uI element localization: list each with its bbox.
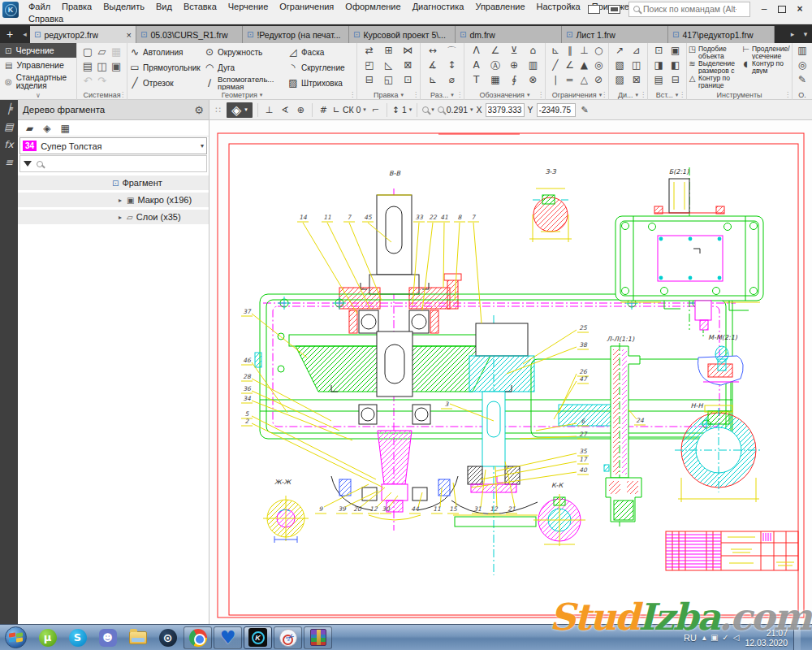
system-tool-icon[interactable]: ▢ [80,46,95,59]
tool-two-contour[interactable]: ◖Контур по двум контурам [741,59,790,74]
grid-toggle-icon[interactable]: # [317,105,330,115]
language-indicator[interactable]: RU [684,633,697,643]
group-label[interactable]: Обозначения▾⋮ [464,89,545,100]
expand-arrow-icon[interactable]: ▸ [117,214,123,221]
insert-tool-icon[interactable]: ▣ [667,45,685,59]
start-button[interactable] [5,626,27,648]
tree-filter-input[interactable] [48,159,178,168]
taskbar-kompas[interactable]: K [244,626,272,649]
constraint-tool-icon[interactable]: ▲ [577,59,592,74]
snap-perpendicular-toggle[interactable]: ⊥ [263,105,276,115]
drawing-area[interactable]: В-В З-З Б(2:1) Л-Л(1:1) М-М(2:1) Ж-Ж К-К… [209,120,812,624]
group-label[interactable]: Ограничения▾⋮ [546,89,608,100]
designation-tool-icon[interactable]: ⌂ [524,45,542,59]
document-tab[interactable]: ⊡ 05.03\CURS_R1.frw [136,26,243,43]
document-tab[interactable]: ⊡ dm.frw [456,26,562,43]
tool-boundary-contour[interactable]: △Контур по границе облас... [688,74,741,89]
menu-item[interactable]: Справка [23,14,69,24]
menu-item[interactable]: Черчение [222,2,274,11]
designation-tool-icon[interactable]: ⊗ [524,74,542,89]
menu-item[interactable]: Вид [150,2,178,11]
tab-scroll-left[interactable]: ◂ [19,24,30,43]
diagnostic-tool-icon[interactable]: ▧ [611,59,628,74]
tray-icon[interactable]: ✓ [722,633,728,642]
snap-angle-toggle[interactable]: ∢ [279,105,291,115]
panel-tab-cherchenie[interactable]: ⊡ Черчение [0,43,76,58]
zoom-level-dropdown[interactable]: 0.291 ▾ [438,105,473,115]
snap-mode-button[interactable]: ◈▾ [227,102,253,118]
tool-rectangle[interactable]: ▭Прямоугольник [129,59,204,76]
region-tool-icon[interactable]: ◎ [795,59,810,74]
new-tab-button[interactable]: + [0,24,19,43]
zoom-tool-dropdown[interactable]: ▾ [422,106,434,113]
designation-tool-icon[interactable]: ⊻ [505,45,524,59]
coordinate-system-dropdown[interactable]: ∟ СК 0 ▾ [333,105,366,115]
dimension-tool-icon[interactable]: ↕ [443,59,462,74]
region-tool-icon[interactable]: ▥ [795,45,810,59]
taskbar-winrar[interactable] [304,626,332,649]
document-tab[interactable]: ⊡ 417\редуктор1.frw [668,26,775,43]
menu-item[interactable]: Файл [23,2,56,11]
system-tool-icon[interactable]: ◫ [95,60,110,74]
tool-arc[interactable]: ◠Дуга [204,59,287,76]
diagnostic-tool-icon[interactable]: ⊠ [628,74,646,89]
eyedropper-icon[interactable]: ✎ [579,105,591,115]
edit-tool-icon[interactable]: ◰ [360,59,379,74]
tree-item-fragment[interactable]: ⊡ Фрагмент [18,176,209,190]
taskbar-health-app[interactable]: ♥ [214,626,242,649]
taskbar-snipping-tool[interactable]: ✂ [274,626,302,649]
y-coordinate-field[interactable] [537,103,576,117]
panel-tab-standard-parts[interactable]: ◎ Стандартные изделия [0,72,76,92]
tab-overflow-icon[interactable]: ▾ [799,24,812,43]
group-label[interactable]: Раз...▾⋮ [421,89,464,100]
tool-object-offset[interactable]: ◳Подобие объекта [688,45,741,59]
diagnostic-tool-icon[interactable]: ▨ [611,74,628,89]
tree-toolbar-icon[interactable]: ◈ [43,123,50,134]
insert-tool-icon[interactable]: ⊟ [667,74,685,89]
x-coordinate-field[interactable] [486,103,525,117]
document-tab[interactable]: ⊡ !Редуктор (на печат... [243,26,349,43]
taskbar-utorrent[interactable]: µ [33,626,62,649]
menu-item[interactable]: Правка [56,2,97,11]
restore-button[interactable] [778,6,786,13]
constraint-tool-icon[interactable]: ○ [591,45,606,59]
clock[interactable]: 21:07 12.03.2020 [745,628,788,648]
cursor-step-dropdown[interactable]: ↕ 1 ▾ [392,105,412,115]
designation-tool-icon[interactable]: ∮ [505,74,524,89]
constraint-tool-icon[interactable]: ⊥ [577,45,592,59]
group-label[interactable]: Ди...▾⋮ [609,89,647,100]
system-tool-icon[interactable]: ▤ [80,60,95,74]
tool-construction-line[interactable]: ∕Вспомогатель... прямая [204,76,287,90]
dimension-tool-icon[interactable]: ⌒ [443,45,462,59]
dimension-tool-icon[interactable]: ∡ [423,59,443,74]
insert-tool-icon[interactable]: ◨ [650,59,667,74]
region-tool-icon[interactable]: ✎ [795,74,810,89]
menu-item[interactable]: Диагностика [407,2,470,11]
show-desktop-button[interactable] [793,625,801,650]
gear-icon[interactable]: ⚙ [194,104,204,116]
layout-split-icon[interactable] [608,5,620,14]
edit-tool-icon[interactable]: ⊞ [379,45,399,59]
insert-tool-icon[interactable]: ⊡ [650,45,667,59]
panel-tab-upravlenie[interactable]: ▤ Управление [0,58,76,72]
document-tab[interactable]: ⊡ Лист 1.frw [562,26,668,43]
tool-extend-trim[interactable]: ⊢Продление/усечение [741,45,790,59]
constraint-tool-icon[interactable]: ∣ [548,74,563,89]
designation-tool-icon[interactable]: ▥ [524,59,542,74]
drawing-canvas[interactable]: В-В З-З Б(2:1) Л-Л(1:1) М-М(2:1) Ж-Ж К-К… [209,120,812,624]
snap-nearest-toggle[interactable]: ⊕ [295,105,307,115]
edit-tool-icon[interactable]: ⇄ [360,45,379,59]
expand-arrow-icon[interactable]: ▸ [117,197,123,204]
constraint-tool-icon[interactable]: ⊘ [591,74,606,89]
command-search[interactable] [628,2,750,17]
designation-tool-icon[interactable]: T [467,74,486,89]
taskbar-steam[interactable]: ⊙ [153,626,182,649]
tree-toolbar-icon[interactable]: ▦ [60,123,69,134]
designation-tool-icon[interactable]: Ⓐ [486,59,504,74]
constraint-tool-icon[interactable]: ∥ [563,45,577,59]
edit-tool-icon[interactable]: ◺ [379,59,399,74]
diagnostic-tool-icon[interactable]: ↗ [611,45,628,59]
layout-single-icon[interactable] [588,5,600,14]
document-tab[interactable]: ⊡ редуктор2.frw × [30,26,136,43]
constraint-tool-icon[interactable]: ∠ [563,59,577,74]
